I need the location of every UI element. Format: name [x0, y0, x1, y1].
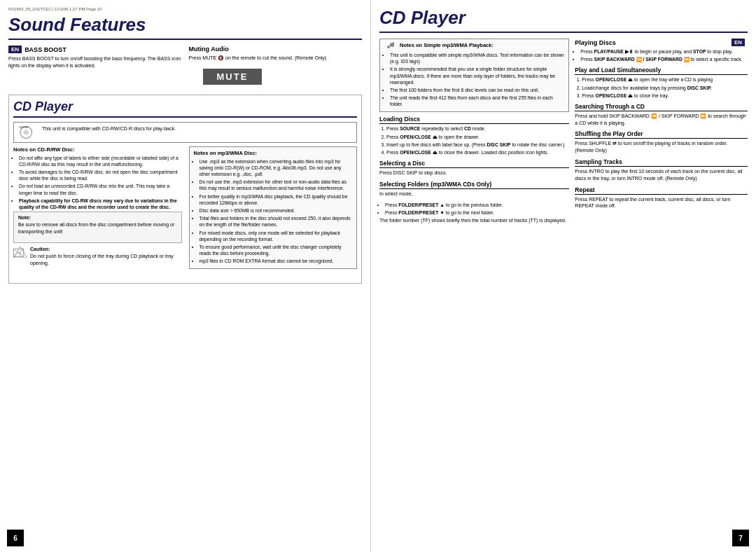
sampling-section: Sampling Tracks Press INTRO to play the … — [575, 158, 748, 182]
cd-rw-box: CD-R/RW This unit is compatible with CD-… — [13, 122, 357, 143]
list-item: Press SKIP BACKWARD ⏪ / SKIP FORWARD ⏩ t… — [580, 56, 748, 62]
svg-text:!: ! — [19, 251, 21, 257]
cd-rw-notes-col: Notes on CD-R/RW Disc: Do not affix any … — [13, 146, 182, 274]
bass-boost-heading: EN BASS BOOST — [8, 46, 182, 53]
sampling-text: Press INTRO to play the first 10 seconds… — [575, 168, 748, 182]
cd-notes-row: Notes on CD-R/RW Disc: Do not affix any … — [13, 146, 357, 274]
cd-rw-text: This unit is compatible with CD-RW/CD-R … — [42, 125, 176, 132]
en-badge: EN — [8, 46, 22, 53]
simple-mp3-heading: Notes on Simple mp3/WMA Playback: — [400, 42, 493, 48]
mp3-notes-heading: Notes on mp3/WMA Disc: — [194, 150, 353, 156]
note-text: Be sure to remove all discs from the dis… — [18, 221, 177, 235]
list-item: The unit reads the first 412 files from … — [390, 95, 564, 107]
selecting-folders-footer: The folder number (TF) shows briefly the… — [379, 217, 569, 224]
list-item: Insert up to five discs with label face … — [386, 142, 569, 148]
list-item: Press OPEN/CLOSE ⏏ to open the tray whil… — [582, 76, 748, 83]
list-item: The first 100 folders from the first 8 d… — [390, 87, 564, 93]
muting-label: Muting Audio — [189, 46, 229, 53]
shuffling-section: Shuffling the Play Order Press SHUFFLE ⇄… — [575, 130, 748, 154]
muting-heading: Muting Audio — [189, 46, 363, 53]
selecting-folders-heading: Selecting Folders (mp3/WMA CDs Only) — [379, 181, 569, 189]
selecting-folders-intro: In select mode, — [379, 191, 569, 198]
music-note-icon — [384, 42, 397, 52]
playing-discs-heading: Playing Discs — [575, 39, 616, 46]
page-header-meta: RS2653_55_EN(TCEC) 1/13/06 1:27 PM Page … — [8, 7, 362, 11]
svg-point-9 — [387, 46, 390, 48]
list-item: To ensure good performance, wait until t… — [200, 244, 353, 256]
searching-cd-text: Press and hold SKIP BACKWARD ⏪ / SKIP FO… — [575, 113, 748, 127]
list-item: Press OPEN/CLOSE ⏏ to close the drawer. … — [386, 149, 569, 156]
muting-audio-col: Muting Audio Press MUTE 🔇 on the remote … — [189, 46, 363, 89]
list-item: Press PLAY/PAUSE ▶⏸ to begin or pause pl… — [580, 48, 748, 55]
bass-boost-col: EN BASS BOOST Press BASS BOOST to turn o… — [8, 46, 182, 89]
playing-discs-list: Press PLAY/PAUSE ▶⏸ to begin or pause pl… — [575, 48, 748, 62]
list-item: For mixed mode discs, only one mode will… — [200, 230, 353, 242]
en-badge-right: EN — [732, 39, 745, 46]
repeat-section: Repeat Press REPEAT to repeat the curren… — [575, 186, 748, 210]
searching-cd-heading: Searching Through a CD — [575, 103, 748, 111]
shuffling-heading: Shuffling the Play Order — [575, 130, 748, 139]
mp3-notes-col: Notes on mp3/WMA Disc: Use .mp3 as the e… — [189, 146, 358, 274]
muting-text: Press MUTE 🔇 on the remote to cut the so… — [189, 55, 363, 62]
play-load-list: Press OPEN/CLOSE ⏏ to open the tray whil… — [575, 76, 748, 99]
caution-title: Caution: — [30, 247, 182, 251]
right-right-col: Playing Discs EN Press PLAY/PAUSE ▶⏸ to … — [575, 39, 748, 228]
list-item: Press FOLDER/PRESET ▲ to go to the previ… — [385, 202, 569, 208]
loading-discs-heading: Loading Discs — [379, 116, 569, 124]
selecting-disc-text: Press DISC SKIP to skip discs. — [379, 170, 569, 177]
mute-box: MUTE — [203, 69, 262, 85]
list-item: Press SOURCE repeatedly to select CD mod… — [386, 125, 569, 132]
cd-player-section: CD Player CD-R/RW This unit is compatibl… — [8, 95, 362, 284]
note-box: Note: Be sure to remove all discs from t… — [13, 212, 182, 243]
right-top: Notes on Simple mp3/WMA Playback: This u… — [379, 39, 748, 228]
cd-rw-notes-list: Do not affix any type of labels to eithe… — [13, 155, 182, 210]
loading-discs-list: Press SOURCE repeatedly to select CD mod… — [379, 125, 569, 156]
mp3-notes-box: Notes on mp3/WMA Disc: Use .mp3 as the e… — [189, 146, 358, 270]
right-page-title: CD Player — [379, 7, 748, 33]
right-left-col: Notes on Simple mp3/WMA Playback: This u… — [379, 39, 569, 228]
playing-discs-section: Playing Discs EN Press PLAY/PAUSE ▶⏸ to … — [575, 39, 748, 62]
cd-rw-icon: CD-R/RW — [18, 125, 38, 139]
repeat-text: Press REPEAT to repeat the current track… — [575, 196, 748, 210]
bass-boost-text: Press BASS BOOST to turn on/off boosting… — [8, 55, 182, 69]
caution-text: Do not push to force closing of the tray… — [30, 253, 182, 267]
note-title: Note: — [18, 215, 177, 220]
svg-text:CD-R/RW: CD-R/RW — [19, 126, 28, 129]
list-item: Press OPEN/CLOSE ⏏ to open the drawer. — [386, 134, 569, 140]
left-page: RS2653_55_EN(TCEC) 1/13/06 1:27 PM Page … — [0, 0, 371, 552]
playing-discs-heading-row: Playing Discs EN — [575, 39, 748, 46]
bass-muting-row: EN BASS BOOST Press BASS BOOST to turn o… — [8, 46, 362, 89]
list-item: Use .mp3 as the extension when convertin… — [200, 158, 353, 178]
right-page: CD Player Notes on Simple mp3/WMA Playba… — [371, 0, 756, 552]
list-item: This unit is compatible with simple mp3/… — [390, 52, 564, 64]
list-item: Press FOLDER/PRESET ▼ to go to the next … — [385, 209, 569, 216]
cd-rw-notes-heading: Notes on CD-R/RW Disc: — [13, 146, 182, 153]
list-item: Playback capability for CD-RW discs may … — [19, 198, 182, 210]
page-number-right: 7 — [732, 530, 749, 546]
selecting-folders-section: Selecting Folders (mp3/WMA CDs Only) In … — [379, 181, 569, 224]
cd-player-subtitle: CD Player — [13, 99, 357, 118]
searching-cd-section: Searching Through a CD Press and hold SK… — [575, 103, 748, 127]
list-item: Total files and folders in the disc shou… — [200, 215, 353, 228]
list-item: mp3 files in CD ROM EXTRA format disc ca… — [200, 258, 353, 264]
list-item: Do not use the .mp3 extension for other … — [200, 179, 353, 191]
simple-mp3-list: This unit is compatible with simple mp3/… — [384, 52, 564, 107]
list-item: For better quality in mp3/WMA disc playb… — [200, 193, 353, 206]
caution-row: ! Caution: Do not push to force closing … — [13, 247, 182, 271]
sound-features-title: Sound Features — [8, 14, 362, 40]
caution-text-col: Caution: Do not push to force closing of… — [30, 247, 182, 271]
play-load-section: Play and Load Simultaneously Press OPEN/… — [575, 67, 748, 99]
list-item: Do not load an unrecorded CD-R/RW disc i… — [19, 183, 182, 195]
simple-mp3-box: Notes on Simple mp3/WMA Playback: This u… — [379, 39, 569, 112]
shuffling-text: Press SHUFFLE ⇄ to turn on/off the playi… — [575, 140, 748, 154]
list-item: Do not affix any type of labels to eithe… — [19, 155, 182, 167]
svg-point-2 — [25, 132, 27, 133]
bass-boost-label: BASS BOOST — [24, 46, 66, 53]
list-item: To avoid damages to the CD-R/RW disc, do… — [19, 169, 182, 181]
repeat-heading: Repeat — [575, 186, 748, 195]
svg-point-10 — [391, 44, 394, 47]
sampling-heading: Sampling Tracks — [575, 158, 748, 167]
simple-mp3-header-row: Notes on Simple mp3/WMA Playback: — [384, 42, 564, 52]
caution-icon: ! — [13, 247, 27, 258]
page-number-left: 6 — [7, 530, 24, 546]
